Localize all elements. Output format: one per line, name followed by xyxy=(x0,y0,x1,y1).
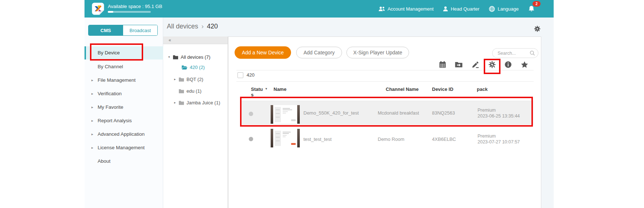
group-checkbox[interactable] xyxy=(237,72,243,78)
device-row[interactable]: Demo_550K_420_for_test Mcdonald breakfas… xyxy=(241,101,533,125)
breadcrumb-current: 420 xyxy=(207,23,218,30)
tree-item-label: BQT (2) xyxy=(186,77,203,82)
sidebar-item-verification[interactable]: ▸Verification xyxy=(85,87,163,100)
status-dot xyxy=(249,112,253,116)
folder-icon xyxy=(178,89,184,93)
sidebar-item-advanced-application[interactable]: ▸Advanced Application xyxy=(85,128,163,141)
column-header-pack[interactable]: pack xyxy=(477,86,488,92)
device-name: test_test_test xyxy=(303,127,331,151)
sidebar: CMS Broadcast By Device By Channel ▸File… xyxy=(85,18,163,208)
expand-caret-icon: ▸ xyxy=(91,101,93,114)
tree-item-label: Jamba Juice (1) xyxy=(186,100,220,105)
device-thumbnail xyxy=(271,129,300,147)
tree-item-label: edu (1) xyxy=(186,88,201,94)
expand-caret-icon: ▸ xyxy=(174,77,178,81)
sidebar-item-by-channel[interactable]: By Channel xyxy=(85,60,163,73)
globe-icon xyxy=(489,6,495,12)
people-icon xyxy=(378,6,385,12)
head-quarter-label: Head Quarter xyxy=(451,6,479,12)
pack-tier: Premium xyxy=(478,107,496,113)
user-icon xyxy=(443,6,448,12)
sidebar-item-by-device[interactable]: By Device xyxy=(85,46,163,59)
group-checkbox-label: 420 xyxy=(247,72,255,78)
sort-caret-icon[interactable]: ▼ xyxy=(265,87,268,90)
tree-item-edu[interactable]: edu (1) xyxy=(178,87,201,95)
device-settings-icon[interactable] xyxy=(488,60,496,69)
breadcrumb-parent[interactable]: All devices xyxy=(167,23,198,30)
sidebar-item-my-favorite[interactable]: ▸My Favorite xyxy=(85,101,163,114)
top-bar: Available space : 95.1 GB Account Manage… xyxy=(85,0,554,18)
pack-date: 2023-07-27 10:07:57 xyxy=(478,139,520,145)
collapse-panel-button[interactable]: « xyxy=(163,36,228,44)
tree-item-label: All devices (7) xyxy=(181,54,211,60)
expand-caret-icon: ▸ xyxy=(91,114,93,127)
xsign-logo-icon xyxy=(92,3,104,15)
tab-broadcast[interactable]: Broadcast xyxy=(123,25,158,35)
language-button[interactable]: Language xyxy=(489,6,519,12)
xsign-player-update-button[interactable]: X-Sign Player Update xyxy=(346,47,409,58)
header-divider xyxy=(236,81,534,82)
status-dot xyxy=(249,137,253,141)
search-icon[interactable] xyxy=(530,50,535,56)
expand-caret-icon: ▸ xyxy=(91,74,93,87)
account-management-label: Account Management xyxy=(388,6,433,12)
breadcrumb-separator: › xyxy=(201,23,204,30)
account-management-button[interactable]: Account Management xyxy=(378,6,433,12)
top-nav: Account Management Head Quarter Language xyxy=(378,0,540,18)
sidebar-item-label: Report Analysis xyxy=(98,118,132,123)
sidebar-item-file-management[interactable]: ▸File Management xyxy=(85,74,163,87)
sidebar-item-label: About xyxy=(98,158,110,164)
column-header-channel-name[interactable]: Channel Name xyxy=(386,86,419,92)
page: Available space : 95.1 GB Account Manage… xyxy=(0,0,644,208)
pack-tier: Premium xyxy=(478,133,496,139)
calendar-icon[interactable] xyxy=(438,60,447,69)
head-quarter-button[interactable]: Head Quarter xyxy=(443,6,479,12)
sidebar-item-about[interactable]: About xyxy=(85,155,163,168)
column-header-name[interactable]: Name xyxy=(274,86,286,92)
column-header-device-id[interactable]: Device ID xyxy=(432,86,453,92)
add-category-button[interactable]: Add Category xyxy=(296,47,342,58)
sidebar-item-label: By Device xyxy=(98,50,120,55)
info-icon[interactable] xyxy=(504,60,513,69)
notification-badge: 2 xyxy=(533,1,541,7)
open-folder-icon xyxy=(181,65,188,70)
add-new-device-button[interactable]: Add a New Device xyxy=(235,46,291,59)
favorite-icon[interactable] xyxy=(520,60,529,69)
toolbar-divider xyxy=(236,70,534,70)
folder-icon xyxy=(178,100,184,105)
sidebar-item-label: License Management xyxy=(98,145,145,150)
sidebar-item-label: My Favorite xyxy=(98,104,123,110)
expand-caret-icon: ▸ xyxy=(91,87,93,100)
tree-item-all-devices[interactable]: ▾ All devices (7) xyxy=(168,53,211,61)
edit-icon[interactable] xyxy=(471,60,480,69)
folder-icon xyxy=(178,77,184,82)
sidebar-item-label: By Channel xyxy=(98,64,123,69)
language-label: Language xyxy=(498,6,519,12)
sidebar-item-label: File Management xyxy=(98,77,136,83)
device-thumbnail xyxy=(271,105,300,124)
move-to-category-icon[interactable] xyxy=(454,60,463,69)
tree-item-bqt[interactable]: ▸ BQT (2) xyxy=(174,76,203,83)
expand-caret-icon: ▸ xyxy=(174,101,178,104)
sidebar-item-label: Verification xyxy=(98,91,122,96)
device-pack: Premium 2023-07-27 10:07:57 xyxy=(478,127,520,151)
sidebar-item-license-management[interactable]: ▸License Management xyxy=(85,141,163,154)
storage-progress-fill xyxy=(108,11,113,13)
device-row[interactable]: test_test_test Demo Room 4XB6ELBC Premiu… xyxy=(241,127,533,151)
tree-item-jamba-juice[interactable]: ▸ Jamba Juice (1) xyxy=(174,99,220,106)
device-pack: Premium 2023-06-25 13:35:44 xyxy=(478,101,520,125)
tree-item-420[interactable]: 420 (2) xyxy=(181,63,205,71)
notifications-button[interactable]: 2 xyxy=(528,5,540,12)
device-list-card: Add a New Device Add Category X-Sign Pla… xyxy=(228,36,541,208)
expand-caret-icon: ▸ xyxy=(91,141,93,154)
pack-date: 2023-06-25 13:35:44 xyxy=(478,113,520,119)
device-channel: Demo Room xyxy=(378,127,404,151)
sidebar-item-report-analysis[interactable]: ▸Report Analysis xyxy=(85,114,163,127)
folder-icon xyxy=(173,55,178,59)
collapse-caret-icon: ▾ xyxy=(168,55,173,59)
device-channel: Mcdonald breakfast xyxy=(378,101,419,125)
expand-caret-icon: ▸ xyxy=(91,128,93,141)
column-header-status[interactable]: Status xyxy=(251,86,264,97)
page-settings-gear-icon[interactable] xyxy=(533,25,541,33)
tab-cms[interactable]: CMS xyxy=(89,25,123,35)
